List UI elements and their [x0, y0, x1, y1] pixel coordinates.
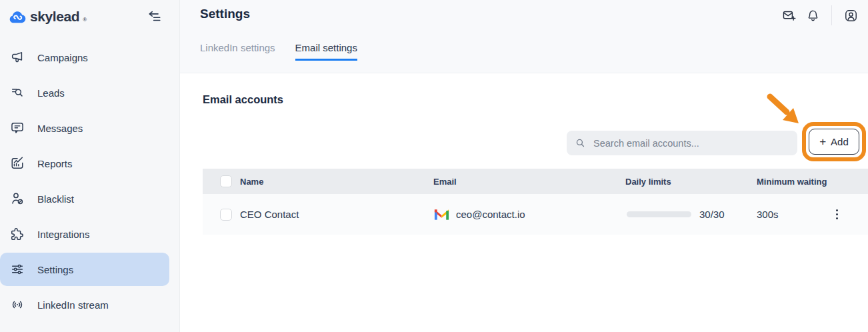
search-icon	[575, 137, 586, 149]
daily-limit-progressbar	[627, 211, 691, 217]
cloud-logo-icon	[9, 9, 27, 24]
email-settings-panel: Email accounts + Add	[180, 73, 868, 332]
chat-bubble-icon	[9, 120, 25, 136]
sidebar-item-settings[interactable]: Settings	[0, 253, 169, 286]
add-button-label: Add	[831, 136, 849, 147]
sidebar-item-label: Blacklist	[37, 193, 74, 205]
daily-limit-value: 30/30	[699, 209, 725, 220]
sliders-icon	[9, 261, 25, 277]
sidebar-item-campaigns[interactable]: Campaigns	[0, 41, 169, 74]
annotation-ring: + Add	[802, 122, 866, 161]
section-title: Email accounts	[203, 93, 283, 106]
topbar: Settings	[180, 0, 868, 73]
topbar-divider	[831, 5, 832, 25]
tab-linkedin-settings[interactable]: LinkedIn settings	[200, 42, 275, 61]
column-header-name: Name	[240, 177, 433, 187]
user-block-icon	[9, 191, 25, 207]
sidebar-item-label: Campaigns	[37, 52, 88, 63]
gmail-icon	[433, 208, 450, 221]
megaphone-icon	[9, 49, 25, 65]
sidebar: skylead ® Campaigns	[0, 0, 180, 332]
table-header-row: Name Email Daily limits Minimum waiting	[203, 169, 868, 194]
topbar-icons	[777, 5, 863, 25]
sidebar-item-linkedin-stream[interactable]: LinkedIn stream	[0, 288, 169, 321]
chart-icon	[9, 155, 25, 171]
email-accounts-table: Name Email Daily limits Minimum waiting …	[203, 169, 868, 235]
settings-tabs: LinkedIn settings Email settings	[200, 42, 357, 61]
account-name: CEO Contact	[240, 209, 433, 220]
sidebar-header: skylead ®	[0, 0, 179, 29]
app-window: skylead ® Campaigns	[0, 0, 868, 332]
plus-icon: +	[819, 136, 826, 147]
brand-name: skylead	[30, 9, 79, 25]
sidebar-item-reports[interactable]: Reports	[0, 147, 169, 180]
search-input[interactable]	[592, 137, 789, 149]
sidebar-item-blacklist[interactable]: Blacklist	[0, 182, 169, 215]
row-checkbox[interactable]	[220, 209, 232, 221]
skylead-logo: skylead ®	[9, 9, 87, 25]
sidebar-item-label: LinkedIn stream	[37, 299, 109, 311]
page-title: Settings	[180, 0, 868, 21]
sidebar-item-messages[interactable]: Messages	[0, 111, 169, 145]
lead-search-icon	[9, 85, 25, 101]
column-header-daily-limits: Daily limits	[623, 177, 753, 187]
column-header-email: Email	[433, 177, 623, 187]
select-all-checkbox[interactable]	[220, 175, 232, 187]
account-email: ceo@contact.io	[456, 209, 525, 220]
registered-mark: ®	[83, 17, 87, 23]
bell-icon[interactable]	[801, 5, 825, 25]
sidebar-collapse-icon[interactable]	[147, 9, 162, 24]
sidebar-item-label: Settings	[37, 264, 73, 275]
sidebar-nav: Campaigns Leads	[0, 29, 179, 321]
main-area: Settings	[180, 0, 868, 332]
account-icon[interactable]	[839, 5, 863, 25]
minimum-waiting-value: 300s	[753, 209, 827, 220]
tab-email-settings[interactable]: Email settings	[295, 42, 357, 61]
column-header-minimum-waiting: Minimum waiting	[753, 177, 827, 187]
row-kebab-menu-icon[interactable]	[833, 207, 841, 222]
sidebar-item-leads[interactable]: Leads	[0, 76, 169, 109]
annotation-arrow-icon	[761, 92, 808, 129]
broadcast-icon	[9, 297, 25, 313]
mail-plus-icon[interactable]	[777, 5, 801, 25]
search-box	[567, 131, 797, 155]
sidebar-item-label: Integrations	[37, 229, 89, 240]
sidebar-item-integrations[interactable]: Integrations	[0, 217, 169, 251]
sidebar-item-label: Messages	[37, 123, 83, 134]
puzzle-icon	[9, 226, 25, 242]
add-button[interactable]: + Add	[809, 129, 859, 155]
table-row: CEO Contact ceo@contact.io	[203, 194, 868, 235]
sidebar-item-label: Leads	[37, 87, 65, 99]
sidebar-item-label: Reports	[37, 158, 73, 169]
